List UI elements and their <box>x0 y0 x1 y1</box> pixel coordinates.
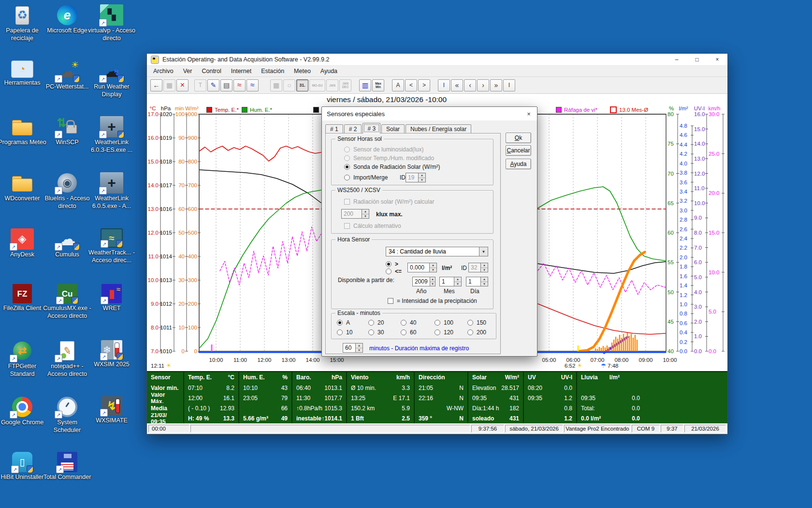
scale-option-20[interactable] <box>368 320 374 326</box>
desktop-icon-pc-wetterstat[interactable]: ☁☀↗PC-Wetterstat... <box>43 60 91 91</box>
import-merge-radio[interactable] <box>344 175 350 180</box>
import-id-spinner[interactable]: 19 ▲▼ <box>406 173 426 182</box>
desktop-icon-total-commander[interactable]: ↗Total Commander <box>43 452 91 481</box>
desktop-icon-wxsimate[interactable]: ↯↗WXSIMATE <box>87 396 136 425</box>
scale-option-40[interactable] <box>401 320 406 326</box>
ok-button[interactable]: Ok <box>506 133 531 143</box>
maxmin-button[interactable]: MaxMin <box>372 79 384 91</box>
help-button[interactable]: Ayuda <box>506 159 531 169</box>
desktop-icon-papelera-de-reciclaje[interactable]: ♻Papelera de reciclaje <box>0 4 46 42</box>
sensor-select[interactable]: 34 : Cantidad de lluvia ▼ <box>386 247 488 256</box>
desktop-icon-weathertrack-acceso-direc[interactable]: ≈↗WeatherTrack... - Acceso direc... <box>87 228 136 264</box>
year-view-button[interactable]: JANDEC <box>339 79 351 91</box>
spinner-arrows-icon[interactable]: ▲▼ <box>419 173 426 182</box>
scale-option-200[interactable] <box>467 329 473 335</box>
tab-1[interactable]: # 1 <box>325 124 343 134</box>
menu-control[interactable]: Control <box>197 67 226 75</box>
maximize-button[interactable]: □ <box>687 54 707 65</box>
desktop-icon-system-scheduler[interactable]: ↗System Scheduler <box>43 396 91 434</box>
font-button[interactable]: A <box>392 79 404 91</box>
year-spinner[interactable]: 2009 ▲▼ <box>412 277 435 286</box>
desktop-icon-google-chrome[interactable]: ↗Google Chrome <box>0 396 46 427</box>
desktop-icon-wret[interactable]: ▮≈↗WRET <box>87 284 136 313</box>
desktop-icon-virtualvp-acceso-directo[interactable]: ▚↗virtualvp - Acceso directo <box>87 4 136 42</box>
desktop-icon-notepad-acceso-directo[interactable]: ✎↗notepad++ - Acceso directo <box>43 340 91 378</box>
solar-radiation-calc-checkbox[interactable] <box>344 199 350 205</box>
menu-archivo[interactable]: Archivo <box>148 67 178 75</box>
spinner-arrows-icon[interactable]: ▲▼ <box>481 277 488 286</box>
step-forward-button[interactable]: › <box>477 79 489 91</box>
desktop-icon-blueiris-acceso-directo[interactable]: ◉↗BlueIris - Acceso directo <box>43 172 91 210</box>
prev-button[interactable]: < <box>405 79 417 91</box>
menu-ver[interactable]: Ver <box>178 67 197 75</box>
solar-radiation-probe-radio[interactable] <box>344 164 350 170</box>
minimize-button[interactable]: – <box>667 54 687 65</box>
less-equal-radio[interactable] <box>386 269 392 274</box>
dialog-titlebar[interactable]: Sensores especiales × <box>322 107 537 120</box>
scale-option-30[interactable] <box>368 329 374 335</box>
desktop-icon-winscp[interactable]: ⇅↗WinSCP <box>43 116 91 147</box>
scale-option-10[interactable] <box>337 329 343 335</box>
clock-button[interactable]: ○ <box>283 79 295 91</box>
fast-forward-button[interactable]: » <box>490 79 502 91</box>
menu-estaci-n[interactable]: Estación <box>256 67 289 75</box>
alternative-calc-checkbox[interactable] <box>344 223 350 229</box>
next-button[interactable]: > <box>418 79 430 91</box>
chevron-down-icon[interactable]: ▼ <box>479 247 488 256</box>
desktop-icon-weatherlink-6-0-5-exe-a[interactable]: +↗WeatherLink 6.0.5.exe - A... <box>87 172 136 210</box>
desktop-icon-anydesk[interactable]: ◈↗AnyDesk <box>0 228 46 259</box>
step-back-button[interactable]: ‹ <box>464 79 476 91</box>
klux-max-spinner[interactable]: 200 ▲▼ <box>341 209 369 219</box>
desktop-icon-run-weather-display[interactable]: ☁↯↗Run Weather Display <box>87 60 136 98</box>
desktop-icon-wdconverter[interactable]: WDconverter <box>0 172 46 203</box>
sensor-id-spinner[interactable]: 32 ▲▼ <box>468 263 488 272</box>
desktop-icon-wxsim-2025[interactable]: ❄↗WXSIM 2025 <box>87 340 136 369</box>
desktop-icon-filezilla-client[interactable]: FZFileZilla Client <box>0 284 46 313</box>
fast-back-button[interactable]: « <box>451 79 463 91</box>
desktop-icon-herramientas[interactable]: ◔Herramientas <box>0 60 46 87</box>
tab-solar[interactable]: Solar <box>381 124 405 134</box>
range-end-button[interactable]: I <box>503 79 515 91</box>
range-start-button[interactable]: I <box>438 79 450 91</box>
scale-option-60[interactable] <box>401 329 406 335</box>
spinner-arrows-icon[interactable]: ▲▼ <box>362 209 369 219</box>
spinner-arrows-icon[interactable]: ▲▼ <box>356 343 363 353</box>
tab-2[interactable]: # 2 <box>344 124 362 134</box>
spinner-arrows-icon[interactable]: ▲▼ <box>481 263 488 272</box>
desktop-icon-microsoft-edge[interactable]: eMicrosoft Edge <box>43 4 91 35</box>
max-duration-spinner[interactable]: 60 ▲▼ <box>343 343 363 353</box>
dialog-close-icon[interactable]: × <box>521 107 537 120</box>
exit-button[interactable]: ← <box>150 79 162 91</box>
desktop-icon-hibit-uninstaller[interactable]: ▯↗HiBit Uninstaller <box>0 452 46 481</box>
day-view-button[interactable]: 31. <box>296 79 308 91</box>
luminosity-sensor-radio[interactable] <box>344 147 350 152</box>
day-spinner[interactable]: 1 ▲▼ <box>466 277 488 286</box>
desktop-icon-weatherlink-6-0-3-es-exe[interactable]: +↗WeatherLink 6.0.3-ES.exe ... <box>87 116 136 154</box>
chart-button[interactable]: ≈ <box>233 79 246 91</box>
desktop-icon-cumulusmx-exe-acceso-directo[interactable]: Cu↗CumulusMX.exe - Acceso directo <box>43 284 91 320</box>
save-button[interactable]: ▦ <box>163 79 175 91</box>
table-view-button[interactable]: ▥ <box>359 79 371 91</box>
close-button[interactable]: × <box>707 54 727 65</box>
scale-option-a[interactable] <box>337 320 343 326</box>
spinner-arrows-icon[interactable]: ▲▼ <box>430 277 435 286</box>
desktop-icon-cumulus[interactable]: ☁↗Cumulus <box>43 228 91 259</box>
scale-option-100[interactable] <box>435 320 440 326</box>
edit-notes-button[interactable]: ✎ <box>207 79 219 91</box>
print-button[interactable]: ▤ <box>220 79 232 91</box>
desktop-icon-ftpgetter-standard[interactable]: ⇄↗FTPGetter Standard <box>0 340 46 378</box>
menu-meteo[interactable]: Meteo <box>289 67 316 75</box>
delete-record-button[interactable]: × <box>176 79 188 91</box>
spinner-arrows-icon[interactable]: ▲▼ <box>430 263 437 272</box>
cancel-button[interactable]: Cancelar <box>506 145 531 156</box>
chart-multi-button[interactable]: ≈ <box>246 79 259 91</box>
month-view-button[interactable]: JAN <box>326 79 338 91</box>
spinner-arrows-icon[interactable]: ▲▼ <box>454 277 462 286</box>
menu-ayuda[interactable]: Ayuda <box>316 67 342 75</box>
calendar-button[interactable]: ▦ <box>270 79 282 91</box>
text-mode-button[interactable]: T <box>194 79 206 91</box>
desktop-icon-programas-meteo[interactable]: Programas Meteo <box>0 116 46 147</box>
scale-option-120[interactable] <box>435 329 440 335</box>
tab-3[interactable]: # 3 <box>362 123 380 134</box>
greater-than-radio[interactable] <box>386 261 392 267</box>
